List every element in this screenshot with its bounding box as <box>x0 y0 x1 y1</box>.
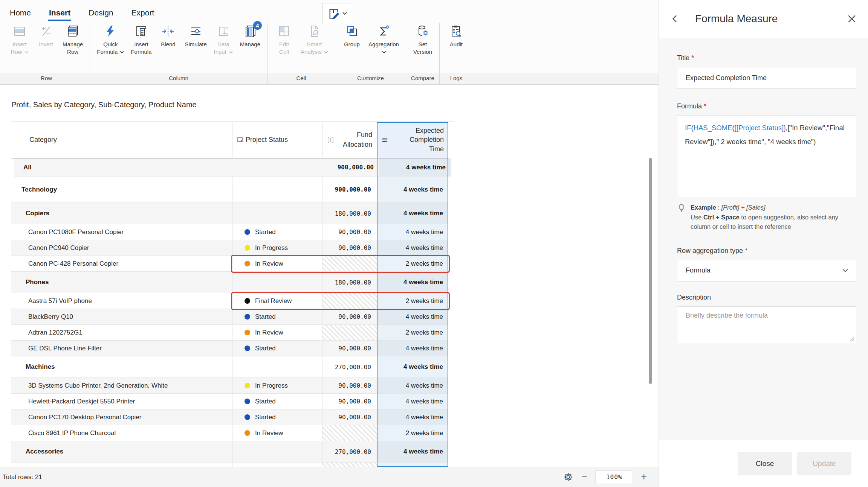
category-cell: All <box>14 158 235 176</box>
category-cell: 3D Systems Cube Printer, 2nd Generation,… <box>11 378 232 393</box>
data-input-icon <box>217 24 230 38</box>
status-dot <box>245 314 250 320</box>
table-row-all[interactable]: All900,000.004 weeks time <box>14 158 451 177</box>
category-cell: Canon PC1080F Personal Copier <box>11 224 232 240</box>
expected-completion-cell: 4 weeks time <box>377 240 448 256</box>
fund-allocation-cell: 180,000.00 <box>322 272 377 293</box>
status-dot <box>245 298 250 304</box>
status-cell: Started <box>232 394 322 409</box>
column-header-category[interactable]: Category <box>11 122 232 158</box>
gear-icon[interactable] <box>563 472 573 482</box>
close-icon[interactable] <box>846 13 857 24</box>
toolbar-button-insert-formula[interactable]: InsertFormula <box>129 24 153 56</box>
toolbar-button-set-version[interactable]: SetVersion <box>411 24 434 56</box>
table-row-canon-pc170-desktop-personal-cop[interactable]: Canon PC170 Desktop Personal CopierStart… <box>11 409 448 425</box>
table-row-adtran-1202752g1[interactable]: Adtran 1202752G1In Review2 weeks time <box>11 325 448 341</box>
table-row-phones[interactable]: Phones180,000.004 weeks time <box>11 272 448 293</box>
category-cell <box>11 463 232 467</box>
table-row-hewlett-packard-deskjet-5550-pri[interactable]: Hewlett-Packard Deskjet 5550 PrinterStar… <box>11 394 448 409</box>
toolbar-button-label: Simulate <box>185 41 206 48</box>
set-version-icon <box>416 24 429 38</box>
table-row-3d-systems-cube-printer-2nd-gene[interactable]: 3D Systems Cube Printer, 2nd Generation,… <box>11 378 448 394</box>
toolbar-button-simulate[interactable]: Simulate <box>183 24 208 49</box>
toolbar-button-label: Manage <box>240 41 260 48</box>
table-row-canon-pc-428-personal-copier[interactable]: Canon PC-428 Personal CopierIn Review2 w… <box>11 256 448 272</box>
table-row-copiers[interactable]: Copiers180,000.004 weeks time <box>11 203 448 224</box>
zoom-out-button[interactable]: − <box>581 472 587 482</box>
toolbar-button-smart-analysis[interactable]: SmartAnalysis <box>299 24 330 56</box>
lightbulb-icon <box>677 204 686 232</box>
toolbar-button-invert[interactable]: Invert <box>35 24 57 49</box>
tab-insert[interactable]: Insert <box>49 8 70 21</box>
toolbar-button-manage[interactable]: 4Manage <box>238 24 262 49</box>
aggregation-select[interactable]: Formula <box>677 260 856 282</box>
table-row-canon-pc1080f-personal-copier[interactable]: Canon PC1080F Personal CopierStarted90,0… <box>11 224 448 240</box>
toolbar-divider <box>90 23 90 84</box>
title-input[interactable] <box>677 67 856 89</box>
status-label: In Progress <box>255 244 288 252</box>
table-row-aastra-57i-voip-phone[interactable]: Aastra 57i VoIP phoneFinal Review2 weeks… <box>11 293 448 309</box>
toolbar-button-edit-cell[interactable]: EditCell <box>273 24 295 56</box>
fund-allocation-cell <box>322 293 377 309</box>
required-marker: * <box>745 247 747 254</box>
back-icon[interactable] <box>669 13 681 24</box>
status-label: Started <box>255 414 276 421</box>
table-row-machines[interactable]: Machines270,000.004 weeks time <box>11 356 448 378</box>
toolbar-button-manage-row[interactable]: ManageRow <box>61 24 84 56</box>
toolbar-button-blend[interactable]: Blend <box>157 24 179 49</box>
table-row-blackberry-q10[interactable]: BlackBerry Q10Started90,000.004 weeks ti… <box>11 309 448 325</box>
expected-completion-cell: 4 weeks time <box>377 409 448 425</box>
required-marker: * <box>704 102 706 110</box>
toolbar-button-group[interactable]: Group <box>341 24 363 49</box>
expected-completion-cell: 4 weeks time <box>377 177 448 202</box>
category-cell: Hewlett-Packard Deskjet 5550 Printer <box>11 394 232 409</box>
update-button[interactable]: Update <box>797 452 851 475</box>
table-row[interactable] <box>11 463 448 467</box>
simulate-icon <box>189 24 203 38</box>
fund-allocation-cell: 900,000.00 <box>322 177 377 202</box>
insert-row-icon <box>13 24 26 38</box>
vertical-scrollbar[interactable] <box>649 158 652 384</box>
app: HomeInsertDesignExport InsertRow InvertM… <box>0 0 868 487</box>
column-header-fund-allocation[interactable]: Fund Allocation <box>322 122 377 158</box>
resize-handle-icon[interactable] <box>849 336 854 341</box>
toolbar-button-label: SetVersion <box>413 41 432 56</box>
tab-home[interactable]: Home <box>10 8 31 21</box>
close-button[interactable]: Close <box>738 452 792 475</box>
zoom-controls: − 100% + <box>563 470 647 484</box>
toolbar-group-compare: SetVersionCompare <box>406 21 439 84</box>
zoom-level[interactable]: 100% <box>595 470 633 484</box>
toolbar-button-insert-row[interactable]: InsertRow <box>8 24 31 56</box>
expected-completion-cell: 4 weeks time <box>377 309 448 324</box>
column-header-expected-completion-time[interactable]: Expected Completion Time <box>377 122 448 158</box>
toolbar-button-quick-formula[interactable]: QuickFormula <box>95 24 125 56</box>
expected-completion-cell: 4 weeks time <box>377 224 448 240</box>
toolbar-button-label: Invert <box>39 41 53 48</box>
formula-hint-line2: Use Ctrl + Space to open suggestion, als… <box>691 213 856 232</box>
status-label: Started <box>255 398 276 405</box>
toolbar-button-aggregation[interactable]: Aggregation <box>367 24 400 56</box>
table-row-ge-dsl-phone-line-filter[interactable]: GE DSL Phone Line FilterStarted90,000.00… <box>11 341 448 356</box>
toolbar-group-label: Logs <box>440 73 473 84</box>
status-bar: Total rows: 21 − 100% + <box>0 467 659 487</box>
table-row-canon-pc940-copier[interactable]: Canon PC940 CopierIn Progress90,000.004 … <box>11 240 448 256</box>
tab-design[interactable]: Design <box>89 8 113 21</box>
zoom-in-button[interactable]: + <box>641 472 647 482</box>
insert-formula-icon <box>134 24 148 38</box>
column-header-project-status[interactable]: Project Status <box>232 122 322 158</box>
category-cell: BlackBerry Q10 <box>11 309 232 324</box>
fund-allocation-cell <box>322 256 377 271</box>
invert-icon <box>39 24 53 38</box>
manage-columns-icon: 4 <box>243 24 257 38</box>
toolbar-button-data-input[interactable]: DataInput <box>212 24 235 56</box>
table-row-technology[interactable]: Technology900,000.004 weeks time <box>11 177 448 203</box>
table-row-cisco-8961-ip-phone-charcoal[interactable]: Cisco 8961 IP Phone CharcoalIn Review2 w… <box>11 425 448 441</box>
table-row-accessories[interactable]: Accessories270,000.004 weeks time <box>11 441 448 463</box>
fund-allocation-cell: 90,000.00 <box>322 378 377 393</box>
formula-input[interactable]: IF(HAS_SOME([[Project Status]],["In Revi… <box>677 115 856 197</box>
toolbar-button-audit[interactable]: Audit <box>445 24 468 49</box>
tab-export[interactable]: Export <box>131 8 154 21</box>
toolbar-button-label: ManageRow <box>63 41 83 56</box>
status-cell <box>232 463 322 467</box>
description-textarea[interactable] <box>677 306 856 344</box>
